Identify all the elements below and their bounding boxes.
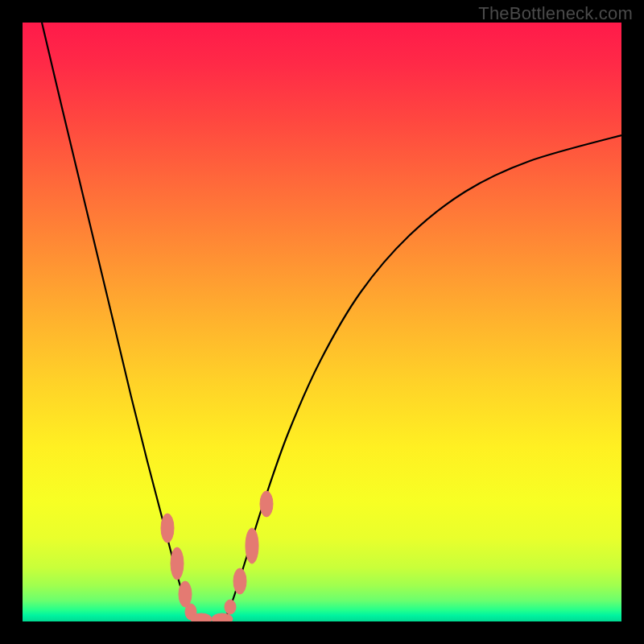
curve-marker — [246, 528, 258, 564]
curve-marker — [171, 547, 184, 580]
watermark: TheBottleneck.com — [478, 3, 633, 24]
curve-marker — [225, 600, 236, 614]
curve-marker — [179, 581, 192, 607]
curve-marker — [191, 613, 212, 621]
curve-right-branch — [225, 135, 621, 618]
curve-marker — [233, 568, 246, 594]
bottleneck-curve-plot — [23, 23, 621, 621]
curve-marker — [161, 514, 174, 543]
plot-frame — [23, 23, 621, 621]
marker-group — [161, 491, 273, 621]
curve-marker — [260, 491, 273, 517]
curve-marker — [212, 613, 233, 621]
